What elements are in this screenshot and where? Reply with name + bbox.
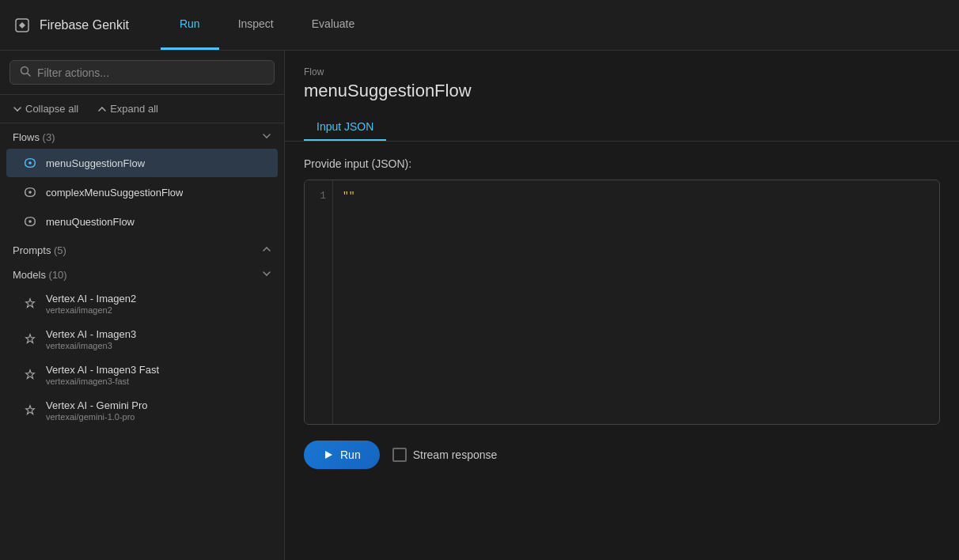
- svg-line-6: [102, 108, 105, 111]
- tab-run-label: Run: [180, 17, 200, 30]
- svg-line-2: [28, 74, 31, 77]
- models-chevron-icon: [262, 269, 271, 281]
- svg-line-8: [267, 134, 270, 138]
- search-input-wrapper: [9, 60, 275, 85]
- input-label: Provide input (JSON):: [304, 157, 940, 170]
- svg-line-12: [263, 248, 267, 251]
- flow-title: menuSuggestionFlow: [304, 81, 940, 101]
- expand-all-label: Expand all: [110, 103, 158, 115]
- tab-input-json-label: Input JSON: [317, 120, 373, 133]
- sidebar-content: Flows (3) menuSu: [0, 123, 284, 560]
- stream-checkbox-wrapper: Stream response: [392, 448, 498, 462]
- model-icon-3: [22, 367, 38, 383]
- model-info-3: Vertex AI - Imagen3 Fast vertexai/imagen…: [46, 364, 159, 386]
- model-sub-4: vertexai/gemini-1.0-pro: [46, 412, 148, 422]
- sidebar-item-menuSuggestionFlow[interactable]: menuSuggestionFlow: [6, 149, 278, 177]
- content-body: Provide input (JSON): 1 Run Stream respo…: [285, 142, 959, 560]
- nav-tabs: Run Inspect Evaluate: [161, 0, 373, 50]
- svg-point-10: [28, 191, 32, 194]
- content-tabs: Input JSON: [304, 114, 940, 141]
- content-header: Flow menuSuggestionFlow Input JSON: [285, 51, 959, 142]
- flow-label-1: menuSuggestionFlow: [46, 157, 145, 169]
- top-nav: Firebase Genkit Run Inspect Evaluate: [0, 0, 959, 51]
- tab-inspect[interactable]: Inspect: [219, 0, 293, 50]
- logo-area: Firebase Genkit: [13, 16, 129, 35]
- model-name-1: Vertex AI - Imagen2: [46, 293, 136, 305]
- stream-response-checkbox[interactable]: [392, 448, 407, 462]
- svg-point-9: [28, 161, 32, 165]
- section-title-flows: Flows (3): [13, 131, 55, 143]
- collapse-icon: [13, 104, 22, 114]
- section-title-prompts: Prompts (5): [13, 244, 66, 256]
- tab-evaluate[interactable]: Evaluate: [293, 0, 373, 50]
- collapse-all-label: Collapse all: [25, 103, 78, 115]
- run-play-icon: [323, 449, 334, 460]
- main-content: Flow menuSuggestionFlow Input JSON Provi…: [285, 51, 959, 560]
- model-icon-2: [22, 331, 38, 347]
- sidebar-item-menuQuestionFlow[interactable]: menuQuestionFlow: [6, 207, 278, 236]
- svg-line-14: [263, 272, 267, 275]
- model-info-4: Vertex AI - Gemini Pro vertexai/gemini-1…: [46, 399, 148, 422]
- svg-line-7: [263, 134, 267, 138]
- stream-response-label: Stream response: [413, 448, 498, 461]
- prompts-chevron-icon: [262, 244, 271, 256]
- svg-line-3: [14, 108, 17, 111]
- model-info-2: Vertex AI - Imagen3 vertexai/imagen3: [46, 328, 136, 350]
- search-icon: [20, 66, 31, 79]
- flow-label-text: Flow: [304, 66, 940, 78]
- firebase-genkit-logo-icon: [13, 16, 32, 35]
- tab-evaluate-label: Evaluate: [312, 17, 354, 30]
- svg-point-11: [28, 220, 32, 223]
- model-sub-3: vertexai/imagen3-fast: [46, 376, 159, 386]
- model-info-1: Vertex AI - Imagen2 vertexai/imagen2: [46, 293, 136, 315]
- section-header-models[interactable]: Models (10): [0, 261, 284, 286]
- svg-line-13: [267, 248, 270, 251]
- model-name-2: Vertex AI - Imagen3: [46, 328, 136, 340]
- model-sub-2: vertexai/imagen3: [46, 341, 136, 350]
- run-button-label: Run: [340, 448, 361, 461]
- section-header-flows[interactable]: Flows (3): [0, 123, 284, 148]
- sidebar-item-imagen2[interactable]: Vertex AI - Imagen2 vertexai/imagen2: [6, 286, 278, 321]
- collapse-all-button[interactable]: Collapse all: [9, 101, 81, 116]
- tab-run[interactable]: Run: [161, 0, 219, 50]
- svg-line-4: [17, 108, 21, 111]
- sidebar-item-geminipro[interactable]: Vertex AI - Gemini Pro vertexai/gemini-1…: [6, 393, 278, 428]
- sidebar-item-imagen3[interactable]: Vertex AI - Imagen3 vertexai/imagen3: [6, 322, 278, 357]
- model-name-3: Vertex AI - Imagen3 Fast: [46, 364, 159, 376]
- expand-all-button[interactable]: Expand all: [94, 101, 161, 116]
- flow-icon-1: [22, 155, 38, 171]
- svg-marker-16: [325, 451, 332, 459]
- section-header-prompts[interactable]: Prompts (5): [0, 236, 284, 261]
- tab-inspect-label: Inspect: [238, 17, 274, 30]
- model-icon-4: [22, 403, 38, 418]
- section-title-models: Models (10): [13, 269, 67, 281]
- flow-icon-2: [22, 184, 38, 200]
- flow-label-2: complexMenuSuggestionFlow: [46, 187, 183, 199]
- collapse-expand-row: Collapse all Expand all: [0, 95, 284, 123]
- json-textarea[interactable]: [333, 180, 939, 424]
- model-name-4: Vertex AI - Gemini Pro: [46, 399, 148, 411]
- main-layout: Collapse all Expand all Flows (3): [0, 51, 959, 560]
- app-title: Firebase Genkit: [40, 18, 129, 32]
- tab-input-json[interactable]: Input JSON: [304, 114, 386, 141]
- line-number-1: 1: [311, 190, 326, 202]
- line-numbers: 1: [305, 180, 333, 424]
- flow-label-3: menuQuestionFlow: [46, 216, 135, 228]
- flow-icon-3: [22, 214, 38, 229]
- svg-line-5: [99, 108, 102, 111]
- search-container: [0, 51, 284, 95]
- model-icon-1: [22, 296, 38, 312]
- svg-line-15: [267, 272, 270, 275]
- expand-icon: [97, 104, 107, 114]
- bottom-actions: Run Stream response: [304, 437, 940, 472]
- model-sub-1: vertexai/imagen2: [46, 305, 136, 315]
- json-editor: 1: [304, 180, 940, 425]
- run-button[interactable]: Run: [304, 441, 380, 469]
- search-input[interactable]: [37, 66, 264, 79]
- sidebar-item-complexMenuSuggestionFlow[interactable]: complexMenuSuggestionFlow: [6, 178, 278, 206]
- flows-chevron-icon: [262, 131, 271, 143]
- sidebar: Collapse all Expand all Flows (3): [0, 51, 285, 560]
- sidebar-item-imagen3fast[interactable]: Vertex AI - Imagen3 Fast vertexai/imagen…: [6, 358, 278, 392]
